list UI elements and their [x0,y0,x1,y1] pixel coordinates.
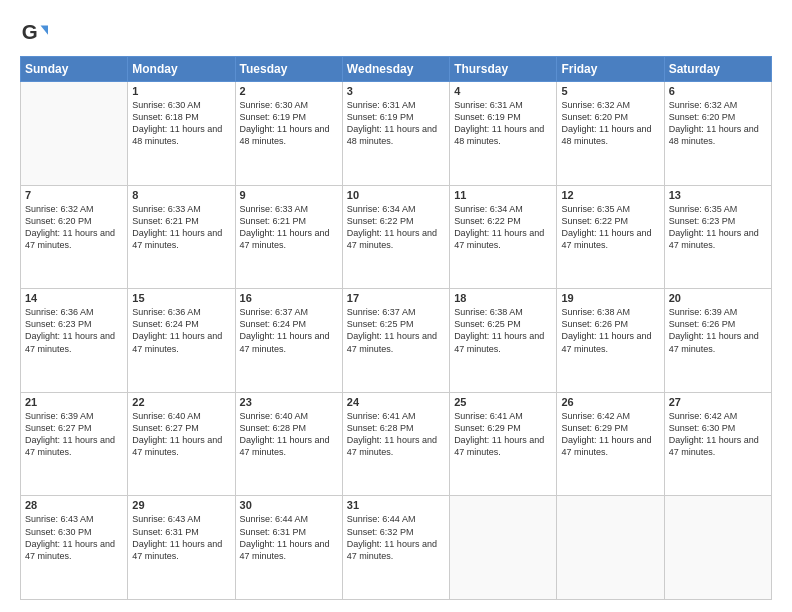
calendar-week-row: 14Sunrise: 6:36 AM Sunset: 6:23 PM Dayli… [21,289,772,393]
day-info: Sunrise: 6:44 AM Sunset: 6:32 PM Dayligh… [347,513,445,562]
calendar-cell: 1Sunrise: 6:30 AM Sunset: 6:18 PM Daylig… [128,82,235,186]
calendar-cell: 7Sunrise: 6:32 AM Sunset: 6:20 PM Daylig… [21,185,128,289]
weekday-header: Sunday [21,57,128,82]
day-number: 19 [561,292,659,304]
day-number: 15 [132,292,230,304]
day-info: Sunrise: 6:35 AM Sunset: 6:22 PM Dayligh… [561,203,659,252]
calendar-week-row: 7Sunrise: 6:32 AM Sunset: 6:20 PM Daylig… [21,185,772,289]
day-info: Sunrise: 6:39 AM Sunset: 6:27 PM Dayligh… [25,410,123,459]
calendar-cell: 18Sunrise: 6:38 AM Sunset: 6:25 PM Dayli… [450,289,557,393]
day-number: 24 [347,396,445,408]
weekday-header: Friday [557,57,664,82]
svg-text:G: G [22,20,38,43]
weekday-header: Tuesday [235,57,342,82]
calendar-cell: 19Sunrise: 6:38 AM Sunset: 6:26 PM Dayli… [557,289,664,393]
day-info: Sunrise: 6:38 AM Sunset: 6:26 PM Dayligh… [561,306,659,355]
calendar-cell: 5Sunrise: 6:32 AM Sunset: 6:20 PM Daylig… [557,82,664,186]
weekday-header: Monday [128,57,235,82]
calendar-cell: 27Sunrise: 6:42 AM Sunset: 6:30 PM Dayli… [664,392,771,496]
day-info: Sunrise: 6:40 AM Sunset: 6:27 PM Dayligh… [132,410,230,459]
calendar-cell [450,496,557,600]
calendar-cell: 23Sunrise: 6:40 AM Sunset: 6:28 PM Dayli… [235,392,342,496]
day-info: Sunrise: 6:42 AM Sunset: 6:30 PM Dayligh… [669,410,767,459]
day-number: 6 [669,85,767,97]
calendar-week-row: 21Sunrise: 6:39 AM Sunset: 6:27 PM Dayli… [21,392,772,496]
calendar-cell: 21Sunrise: 6:39 AM Sunset: 6:27 PM Dayli… [21,392,128,496]
day-info: Sunrise: 6:37 AM Sunset: 6:25 PM Dayligh… [347,306,445,355]
day-info: Sunrise: 6:43 AM Sunset: 6:31 PM Dayligh… [132,513,230,562]
day-number: 5 [561,85,659,97]
calendar-cell: 2Sunrise: 6:30 AM Sunset: 6:19 PM Daylig… [235,82,342,186]
calendar-cell: 11Sunrise: 6:34 AM Sunset: 6:22 PM Dayli… [450,185,557,289]
day-number: 3 [347,85,445,97]
calendar-cell [664,496,771,600]
day-number: 29 [132,499,230,511]
calendar-week-row: 28Sunrise: 6:43 AM Sunset: 6:30 PM Dayli… [21,496,772,600]
calendar-cell: 13Sunrise: 6:35 AM Sunset: 6:23 PM Dayli… [664,185,771,289]
calendar-week-row: 1Sunrise: 6:30 AM Sunset: 6:18 PM Daylig… [21,82,772,186]
day-number: 10 [347,189,445,201]
weekday-header: Thursday [450,57,557,82]
day-info: Sunrise: 6:40 AM Sunset: 6:28 PM Dayligh… [240,410,338,459]
day-info: Sunrise: 6:32 AM Sunset: 6:20 PM Dayligh… [561,99,659,148]
day-number: 31 [347,499,445,511]
calendar-cell: 28Sunrise: 6:43 AM Sunset: 6:30 PM Dayli… [21,496,128,600]
svg-marker-1 [41,25,48,34]
day-info: Sunrise: 6:31 AM Sunset: 6:19 PM Dayligh… [347,99,445,148]
day-number: 21 [25,396,123,408]
calendar-cell [21,82,128,186]
day-info: Sunrise: 6:43 AM Sunset: 6:30 PM Dayligh… [25,513,123,562]
logo: G [20,18,52,46]
logo-icon: G [20,18,48,46]
day-number: 20 [669,292,767,304]
calendar-cell: 20Sunrise: 6:39 AM Sunset: 6:26 PM Dayli… [664,289,771,393]
calendar-cell: 17Sunrise: 6:37 AM Sunset: 6:25 PM Dayli… [342,289,449,393]
day-info: Sunrise: 6:36 AM Sunset: 6:24 PM Dayligh… [132,306,230,355]
calendar-cell: 31Sunrise: 6:44 AM Sunset: 6:32 PM Dayli… [342,496,449,600]
day-number: 11 [454,189,552,201]
day-number: 9 [240,189,338,201]
day-number: 8 [132,189,230,201]
day-number: 23 [240,396,338,408]
day-info: Sunrise: 6:42 AM Sunset: 6:29 PM Dayligh… [561,410,659,459]
day-info: Sunrise: 6:39 AM Sunset: 6:26 PM Dayligh… [669,306,767,355]
day-number: 7 [25,189,123,201]
day-number: 17 [347,292,445,304]
calendar-cell: 24Sunrise: 6:41 AM Sunset: 6:28 PM Dayli… [342,392,449,496]
day-info: Sunrise: 6:30 AM Sunset: 6:19 PM Dayligh… [240,99,338,148]
calendar-cell: 26Sunrise: 6:42 AM Sunset: 6:29 PM Dayli… [557,392,664,496]
day-info: Sunrise: 6:32 AM Sunset: 6:20 PM Dayligh… [669,99,767,148]
calendar-cell: 15Sunrise: 6:36 AM Sunset: 6:24 PM Dayli… [128,289,235,393]
calendar-cell: 9Sunrise: 6:33 AM Sunset: 6:21 PM Daylig… [235,185,342,289]
day-info: Sunrise: 6:34 AM Sunset: 6:22 PM Dayligh… [347,203,445,252]
day-info: Sunrise: 6:41 AM Sunset: 6:28 PM Dayligh… [347,410,445,459]
day-number: 18 [454,292,552,304]
calendar-cell: 6Sunrise: 6:32 AM Sunset: 6:20 PM Daylig… [664,82,771,186]
day-number: 1 [132,85,230,97]
day-number: 27 [669,396,767,408]
day-number: 2 [240,85,338,97]
calendar-header-row: SundayMondayTuesdayWednesdayThursdayFrid… [21,57,772,82]
calendar-cell: 22Sunrise: 6:40 AM Sunset: 6:27 PM Dayli… [128,392,235,496]
day-info: Sunrise: 6:37 AM Sunset: 6:24 PM Dayligh… [240,306,338,355]
day-number: 26 [561,396,659,408]
calendar-table: SundayMondayTuesdayWednesdayThursdayFrid… [20,56,772,600]
day-info: Sunrise: 6:32 AM Sunset: 6:20 PM Dayligh… [25,203,123,252]
day-info: Sunrise: 6:31 AM Sunset: 6:19 PM Dayligh… [454,99,552,148]
page: G SundayMondayTuesdayWednesdayThursdayFr… [0,0,792,612]
day-number: 25 [454,396,552,408]
calendar-cell: 4Sunrise: 6:31 AM Sunset: 6:19 PM Daylig… [450,82,557,186]
day-info: Sunrise: 6:34 AM Sunset: 6:22 PM Dayligh… [454,203,552,252]
calendar-cell: 3Sunrise: 6:31 AM Sunset: 6:19 PM Daylig… [342,82,449,186]
day-info: Sunrise: 6:38 AM Sunset: 6:25 PM Dayligh… [454,306,552,355]
header: G [20,18,772,46]
calendar-cell: 16Sunrise: 6:37 AM Sunset: 6:24 PM Dayli… [235,289,342,393]
calendar-cell: 14Sunrise: 6:36 AM Sunset: 6:23 PM Dayli… [21,289,128,393]
weekday-header: Saturday [664,57,771,82]
day-info: Sunrise: 6:33 AM Sunset: 6:21 PM Dayligh… [240,203,338,252]
day-number: 12 [561,189,659,201]
day-info: Sunrise: 6:44 AM Sunset: 6:31 PM Dayligh… [240,513,338,562]
day-number: 13 [669,189,767,201]
day-number: 28 [25,499,123,511]
calendar-cell [557,496,664,600]
